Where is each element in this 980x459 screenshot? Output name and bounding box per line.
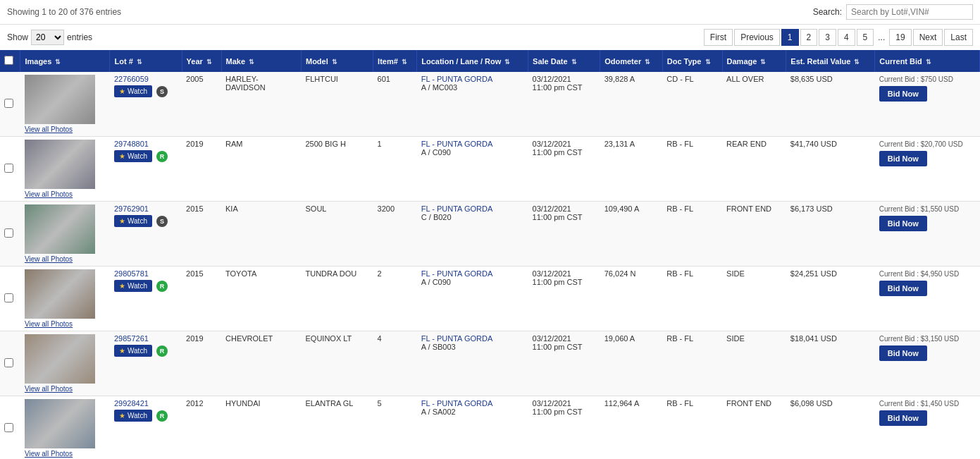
last-page-btn[interactable]: Last [944, 29, 973, 46]
entries-select[interactable]: 20 50 100 [31, 30, 64, 45]
row-doc-type: CD - FL [662, 72, 722, 137]
lot-number-link[interactable]: 29748801 [114, 140, 178, 148]
row-make: RAM [221, 137, 301, 202]
row-item: 4 [373, 331, 417, 396]
page-4-btn[interactable]: 4 [838, 29, 855, 46]
lane-row: C / B020 [421, 213, 452, 221]
col-make[interactable]: Make ⇅ [221, 50, 301, 72]
row-model: SOUL [301, 202, 373, 267]
row-checkbox[interactable] [4, 423, 13, 432]
view-photos-link[interactable]: View all Photos [25, 385, 106, 393]
lot-number-link[interactable]: 29805781 [114, 269, 178, 278]
lot-number-link[interactable]: 29857261 [114, 334, 178, 343]
row-model: EQUINOX LT [301, 331, 373, 396]
bid-now-button[interactable]: Bid Now [879, 410, 927, 426]
row-year: 2015 [182, 202, 221, 267]
col-location[interactable]: Location / Lane / Row ⇅ [417, 50, 528, 72]
view-photos-link[interactable]: View all Photos [25, 190, 106, 198]
location-link[interactable]: FL - PUNTA GORDA [421, 140, 492, 148]
first-page-btn[interactable]: First [704, 29, 733, 46]
col-checkbox [0, 50, 20, 72]
row-doc-type: RB - FL [662, 137, 722, 202]
row-location: FL - PUNTA GORDA A / SA002 [417, 396, 528, 460]
col-sale-date[interactable]: Sale Date ⇅ [528, 50, 600, 72]
col-retail[interactable]: Est. Retail Value ⇅ [786, 50, 875, 72]
page-1-btn[interactable]: 1 [781, 29, 799, 46]
view-photos-link[interactable]: View all Photos [25, 450, 106, 458]
col-lot[interactable]: Lot # ⇅ [110, 50, 182, 72]
row-bid-cell: Current Bid : $1,450 USD Bid Now [875, 396, 980, 460]
bid-now-button[interactable]: Bid Now [879, 281, 927, 296]
star-icon: ★ [119, 412, 125, 420]
watch-label: Watch [128, 412, 147, 420]
location-link[interactable]: FL - PUNTA GORDA [421, 399, 492, 408]
view-photos-link[interactable]: View all Photos [25, 255, 106, 263]
location-link[interactable]: FL - PUNTA GORDA [421, 269, 492, 278]
sort-retail-icon: ⇅ [854, 59, 860, 66]
row-checkbox-cell [0, 202, 20, 267]
col-year[interactable]: Year ⇅ [182, 50, 221, 72]
sort-images-icon: ⇅ [55, 59, 61, 66]
page-5-btn[interactable]: 5 [857, 29, 874, 46]
bid-now-button[interactable]: Bid Now [879, 86, 927, 102]
location-link[interactable]: FL - PUNTA GORDA [421, 334, 492, 343]
page-19-btn[interactable]: 19 [889, 29, 911, 46]
row-checkbox[interactable] [4, 228, 13, 238]
col-bid[interactable]: Current Bid ⇅ [875, 50, 980, 72]
watch-label: Watch [128, 152, 147, 160]
bid-now-button[interactable]: Bid Now [879, 345, 927, 361]
row-checkbox[interactable] [4, 99, 13, 108]
bid-now-button[interactable]: Bid Now [879, 151, 927, 166]
row-checkbox[interactable] [4, 164, 13, 173]
sort-bid-icon: ⇅ [926, 59, 931, 66]
row-lot-cell: 29748801 ★ Watch R [110, 137, 182, 202]
lot-number-link[interactable]: 22766059 [114, 75, 178, 83]
row-checkbox[interactable] [4, 358, 13, 367]
table-row: View all Photos 22766059 ★ Watch S 2005 … [0, 72, 980, 137]
location-link[interactable]: FL - PUNTA GORDA [421, 204, 492, 213]
row-image-cell: View all Photos [20, 396, 110, 460]
page-3-btn[interactable]: 3 [819, 29, 836, 46]
lot-number-link[interactable]: 29928421 [114, 399, 178, 408]
bid-now-button[interactable]: Bid Now [879, 216, 927, 231]
col-images[interactable]: Images ⇅ [20, 50, 110, 72]
row-checkbox-cell [0, 137, 20, 202]
watch-button[interactable]: ★ Watch [114, 215, 152, 227]
watch-button[interactable]: ★ Watch [114, 280, 152, 292]
col-odometer[interactable]: Odometer ⇅ [600, 50, 663, 72]
watch-button[interactable]: ★ Watch [114, 85, 152, 97]
col-damage[interactable]: Damage ⇅ [722, 50, 786, 72]
lot-number-link[interactable]: 29762901 [114, 204, 178, 213]
row-checkbox-cell [0, 331, 20, 396]
page-2-btn[interactable]: 2 [800, 29, 818, 46]
location-link[interactable]: FL - PUNTA GORDA [421, 75, 492, 83]
watch-button[interactable]: ★ Watch [114, 410, 152, 422]
col-model[interactable]: Model ⇅ [301, 50, 373, 72]
col-item[interactable]: Item# ⇅ [373, 50, 417, 72]
search-input[interactable] [846, 4, 973, 20]
col-doc-type[interactable]: Doc Type ⇅ [662, 50, 722, 72]
watch-button[interactable]: ★ Watch [114, 345, 152, 357]
row-doc-type: RB - FL [662, 202, 722, 267]
row-retail: $41,740 USD [786, 137, 875, 202]
badge-icon: R [156, 151, 168, 162]
select-all-checkbox[interactable] [4, 56, 13, 65]
pagination: First Previous 1 2 3 4 5 ... 19 Next Las… [704, 29, 973, 46]
row-image-cell: View all Photos [20, 331, 110, 396]
row-item: 2 [373, 267, 417, 331]
watch-button[interactable]: ★ Watch [114, 150, 152, 162]
star-icon: ★ [119, 217, 125, 225]
view-photos-link[interactable]: View all Photos [25, 320, 106, 328]
row-year: 2019 [182, 137, 221, 202]
search-label: Search: [813, 7, 842, 17]
row-location: FL - PUNTA GORDA C / B020 [417, 202, 528, 267]
row-checkbox[interactable] [4, 293, 13, 302]
row-odometer: 39,828 A [600, 72, 663, 137]
row-model: TUNDRA DOU [301, 267, 373, 331]
watch-label: Watch [128, 347, 147, 355]
row-image-cell: View all Photos [20, 72, 110, 137]
row-bid-cell: Current Bid : $1,550 USD Bid Now [875, 202, 980, 267]
next-page-btn[interactable]: Next [913, 29, 943, 46]
prev-page-btn[interactable]: Previous [734, 29, 780, 46]
view-photos-link[interactable]: View all Photos [25, 126, 106, 133]
